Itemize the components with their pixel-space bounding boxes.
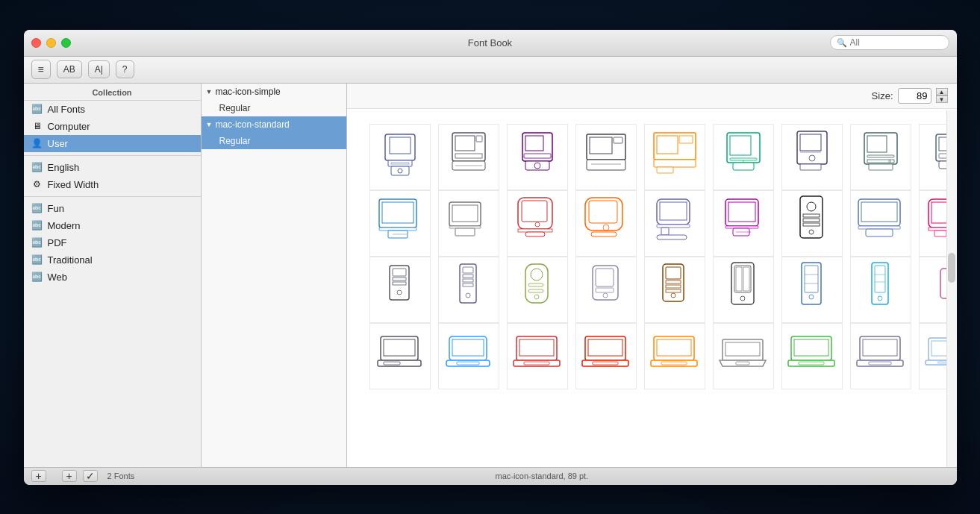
font-style-regular-standard[interactable]: Regular	[202, 133, 346, 149]
svg-rect-14	[524, 154, 551, 158]
glyph-row-3	[369, 257, 934, 323]
collection-header: Collection	[24, 84, 201, 101]
svg-rect-19	[614, 137, 622, 143]
font-family-name: mac-icon-simple	[215, 87, 280, 97]
glyph-cell	[850, 323, 911, 389]
glyph-cell	[850, 257, 911, 323]
svg-rect-152	[661, 362, 687, 365]
svg-rect-72	[728, 202, 755, 222]
font-family-name-standard: mac-icon-standard	[215, 119, 289, 130]
preview-area: Size: ▲ ▼	[347, 84, 957, 467]
svg-rect-65	[591, 232, 617, 236]
svg-rect-67	[660, 202, 687, 220]
font-preview-button[interactable]: AB	[57, 60, 82, 78]
help-button[interactable]: ?	[116, 60, 134, 78]
fixed-width-icon: ⚙	[31, 179, 43, 189]
preview-content[interactable]	[347, 109, 957, 467]
sidebar-item-pdf[interactable]: 🔤 PDF	[24, 234, 201, 251]
glyph-cell	[369, 323, 431, 389]
sidebar-item-traditional[interactable]: 🔤 Traditional	[24, 251, 201, 269]
scrollbar-track[interactable]	[946, 110, 957, 467]
glyph-cell	[850, 190, 911, 257]
size-decrement-button[interactable]: ▼	[936, 95, 948, 103]
svg-rect-138	[452, 339, 484, 356]
all-fonts-label: All Fonts	[48, 104, 86, 115]
sidebar-item-fixed-width[interactable]: ⚙ Fixed Width	[24, 176, 201, 193]
svg-rect-50	[379, 228, 416, 231]
svg-rect-35	[800, 164, 821, 170]
svg-rect-112	[666, 267, 681, 279]
svg-rect-115	[666, 289, 681, 292]
validate-font-button[interactable]: ✓	[83, 470, 98, 482]
sidebar: Collection 🔤 All Fonts 🖥 Computer 👤 User…	[24, 84, 202, 467]
close-button[interactable]	[31, 38, 41, 48]
svg-rect-93	[393, 278, 406, 280]
svg-rect-33	[800, 134, 821, 151]
svg-rect-154	[725, 342, 760, 356]
sidebar-item-user[interactable]: 👤 User	[24, 135, 201, 152]
sidebar-item-english[interactable]: 🔤 English	[24, 159, 201, 176]
glyph-cell	[507, 190, 568, 257]
svg-rect-120	[743, 267, 749, 291]
pdf-icon: 🔤	[31, 237, 43, 248]
glyph-cell	[713, 257, 774, 323]
sidebar-item-web[interactable]: 🔤 Web	[24, 269, 201, 286]
search-input[interactable]	[850, 37, 943, 48]
svg-rect-142	[519, 339, 554, 356]
size-input[interactable]	[898, 88, 931, 104]
glyph-row-4	[369, 323, 934, 389]
glyph-cell	[575, 257, 637, 323]
sidebar-item-computer[interactable]: 🖥 Computer	[24, 118, 201, 135]
web-icon: 🔤	[31, 272, 43, 282]
status-left: + + ✓	[31, 470, 107, 482]
svg-rect-63	[589, 201, 617, 223]
glyph-cell	[438, 124, 499, 190]
modern-label: Modern	[48, 220, 81, 231]
svg-rect-144	[524, 362, 549, 365]
sidebar-item-all-fonts[interactable]: 🔤 All Fonts	[24, 101, 201, 118]
font-family-mac-icon-simple[interactable]: ▼ mac-icon-simple	[202, 84, 346, 100]
svg-rect-123	[805, 266, 818, 292]
size-increment-button[interactable]: ▲	[936, 88, 948, 95]
add-collection-button[interactable]: +	[31, 470, 46, 482]
glyph-cell	[644, 124, 705, 190]
svg-rect-98	[463, 275, 473, 278]
svg-rect-59	[518, 229, 552, 232]
sidebar-item-modern[interactable]: 🔤 Modern	[24, 217, 201, 234]
font-style-regular-simple[interactable]: Regular	[202, 100, 346, 116]
svg-rect-109	[596, 288, 614, 292]
minimize-button[interactable]	[46, 38, 56, 48]
svg-rect-83	[861, 202, 897, 222]
sidebar-toggle-button[interactable]: ≡	[31, 60, 51, 79]
scrollbar-thumb[interactable]	[948, 253, 955, 283]
glyph-cell	[644, 190, 705, 257]
svg-rect-119	[736, 267, 742, 291]
svg-rect-23	[657, 136, 678, 154]
svg-rect-99	[463, 279, 473, 282]
svg-rect-104	[528, 283, 543, 286]
traditional-icon: 🔤	[31, 254, 43, 265]
sidebar-item-fun[interactable]: 🔤 Fun	[24, 200, 201, 217]
svg-rect-26	[657, 167, 673, 173]
size-control: Size: ▲ ▼	[872, 88, 948, 104]
svg-rect-13	[525, 136, 543, 151]
glyph-cell	[369, 124, 431, 190]
search-bar[interactable]: 🔍	[830, 35, 949, 50]
font-info-button[interactable]: A|	[88, 60, 110, 78]
computer-icon: 🖥	[31, 121, 43, 131]
font-family-mac-icon-standard[interactable]: ▼ mac-icon-standard	[202, 116, 346, 133]
svg-rect-28	[730, 136, 751, 155]
svg-rect-78	[803, 214, 820, 217]
all-fonts-icon: 🔤	[31, 104, 43, 114]
maximize-button[interactable]	[61, 38, 71, 48]
toolbar: ≡ AB A| ?	[24, 57, 957, 84]
svg-rect-94	[393, 282, 406, 285]
add-font-button[interactable]: +	[62, 470, 77, 482]
fixed-width-label: Fixed Width	[48, 179, 99, 190]
glyph-cell	[438, 190, 499, 257]
window-title: Font Book	[468, 37, 512, 48]
glyph-cell	[369, 190, 431, 257]
english-label: English	[48, 162, 80, 173]
svg-rect-113	[666, 280, 681, 283]
modern-icon: 🔤	[31, 220, 43, 231]
